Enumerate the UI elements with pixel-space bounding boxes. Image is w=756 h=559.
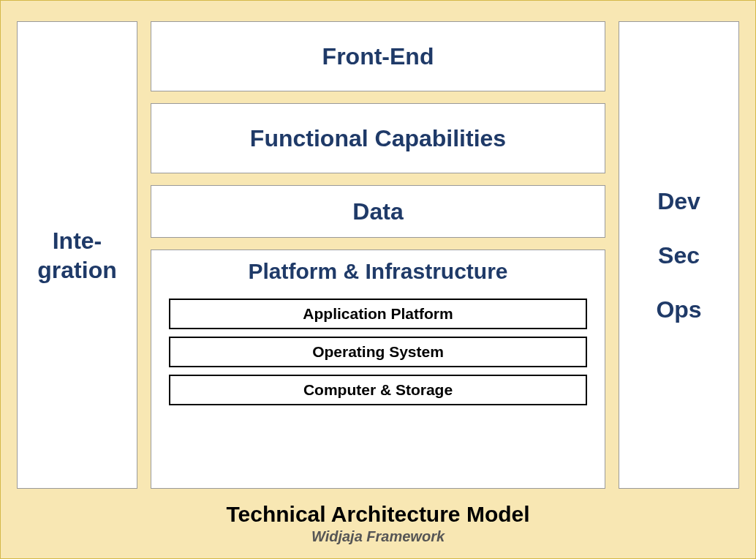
compute-storage-sublayer: Computer & Storage xyxy=(169,375,587,405)
center-column: Front-End Functional Capabilities Data P… xyxy=(151,21,605,489)
integration-column: Inte- gration xyxy=(17,21,137,489)
platform-title: Platform & Infrastructure xyxy=(169,259,587,284)
front-end-label: Front-End xyxy=(322,43,434,70)
architecture-diagram: Inte- gration Front-End Functional Capab… xyxy=(0,0,756,559)
functional-label: Functional Capabilities xyxy=(250,125,506,152)
devsecops-column: Dev Sec Ops xyxy=(619,21,739,489)
data-layer: Data xyxy=(151,185,605,238)
diagram-title: Technical Architecture Model xyxy=(17,502,739,527)
application-platform-sublayer: Application Platform xyxy=(169,299,587,329)
platform-sublayers: Application Platform Operating System Co… xyxy=(169,299,587,405)
data-label: Data xyxy=(352,198,403,225)
functional-layer: Functional Capabilities xyxy=(151,103,605,173)
front-end-layer: Front-End xyxy=(151,21,605,91)
platform-layer: Platform & Infrastructure Application Pl… xyxy=(151,250,605,489)
compute-storage-label: Computer & Storage xyxy=(303,381,453,399)
diagram-subtitle: Widjaja Framework xyxy=(17,528,739,545)
sec-label: Sec xyxy=(658,241,700,270)
application-platform-label: Application Platform xyxy=(303,305,453,323)
ops-label: Ops xyxy=(656,295,701,324)
dev-label: Dev xyxy=(657,187,700,216)
diagram-footer: Technical Architecture Model Widjaja Fra… xyxy=(17,502,739,545)
operating-system-sublayer: Operating System xyxy=(169,337,587,367)
operating-system-label: Operating System xyxy=(312,343,444,361)
integration-label-line1: Inte- xyxy=(53,226,102,255)
diagram-columns: Inte- gration Front-End Functional Capab… xyxy=(17,21,739,489)
integration-label-line2: gration xyxy=(37,255,116,285)
